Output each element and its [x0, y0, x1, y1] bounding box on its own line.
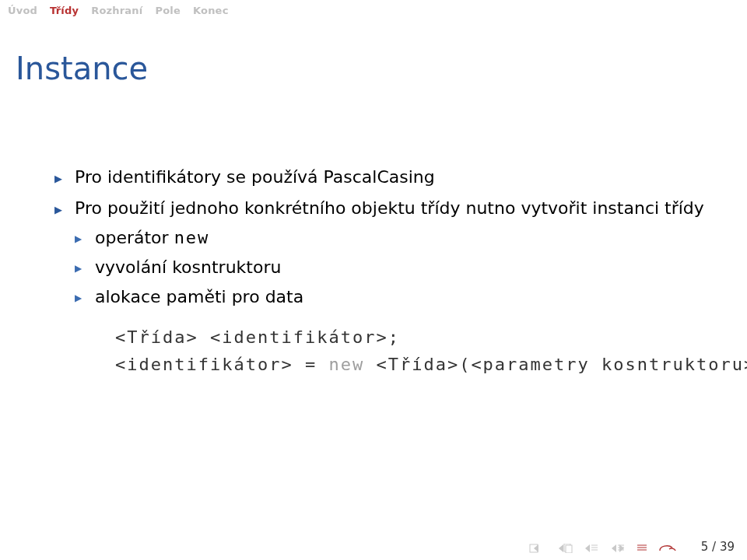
slide: { "nav": { "items": [ { "label": "Úvod",… — [0, 0, 747, 560]
bullet: Pro použití jednoho konkrétního objektu … — [54, 195, 716, 378]
nav-item-uvod[interactable]: Úvod — [8, 5, 37, 16]
sub-bullet: vyvolání kosntruktoru — [75, 254, 716, 281]
code-line: <identifikátor> = new <Třída>(<parametry… — [115, 355, 747, 374]
bullet-text: Pro použití jednoho konkrétního objektu … — [75, 198, 704, 218]
bullet: Pro identifikátory se používá PascalCasi… — [54, 164, 716, 191]
svg-marker-9 — [612, 544, 616, 552]
nav-lines-icon[interactable] — [637, 544, 647, 553]
sub-bullet: operátor new — [75, 225, 716, 251]
code-line: <Třída> <identifikátor>; — [115, 327, 400, 347]
nav-back-icon[interactable] — [584, 544, 599, 553]
nav-prev-icon[interactable] — [556, 544, 573, 553]
code-block: <Třída> <identifikátor>; <identifikátor>… — [115, 324, 716, 377]
svg-marker-2 — [559, 544, 563, 552]
sub-text: operátor — [95, 228, 174, 247]
svg-marker-5 — [585, 544, 590, 552]
page-number: 5 / 39 — [701, 540, 735, 554]
beamer-nav-icons — [529, 543, 679, 554]
inline-code: new — [174, 228, 210, 247]
nav-undo-icon[interactable] — [658, 543, 679, 554]
slide-title: Instance — [0, 19, 747, 94]
nav-item-tridy[interactable]: Třídy — [50, 5, 79, 16]
nav-first-icon[interactable] — [529, 544, 545, 553]
svg-rect-4 — [566, 545, 572, 553]
nav-forward-icon[interactable] — [610, 544, 626, 553]
sub-bullet: alokace paměti pro data — [75, 284, 716, 310]
nav-sections: Úvod Třídy Rozhraní Pole Konec — [0, 0, 747, 19]
slide-body: Pro identifikátory se používá PascalCasi… — [0, 94, 747, 378]
nav-item-pole[interactable]: Pole — [155, 5, 181, 16]
nav-item-konec[interactable]: Konec — [193, 5, 229, 16]
nav-item-rozhrani[interactable]: Rozhraní — [91, 5, 142, 16]
